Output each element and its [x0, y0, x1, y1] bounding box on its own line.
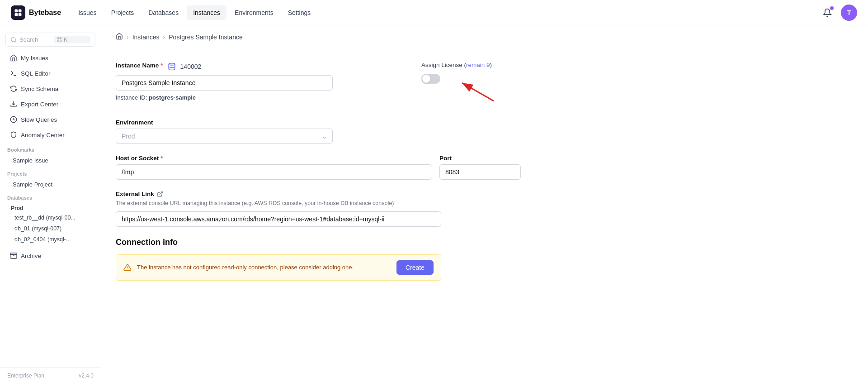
main-content: › Instances › Postgres Sample Instance I… — [101, 25, 868, 387]
environment-section: Environment Prod — [116, 119, 333, 144]
sidebar-db-item-2[interactable]: db_02_0404 (mysql-... — [0, 234, 101, 245]
host-required-star: * — [160, 155, 163, 162]
nav-instances[interactable]: Instances — [187, 5, 226, 20]
svg-rect-1 — [19, 9, 22, 12]
environment-label: Environment — [116, 119, 333, 126]
notification-button[interactable] — [819, 5, 835, 21]
breadcrumb: › Instances › Postgres Sample Instance — [101, 25, 868, 47]
create-button[interactable]: Create — [396, 260, 434, 275]
instance-id-num: 140002 — [180, 63, 202, 70]
breadcrumb-sep-2: › — [163, 33, 165, 41]
instance-id-row: Instance ID: postgres-sample — [116, 94, 333, 101]
home-icon — [10, 54, 17, 62]
logo-icon — [11, 5, 25, 20]
sidebar-item-sync-schema[interactable]: Sync Schema — [3, 81, 98, 96]
search-shortcut: ⌘ K — [54, 36, 91, 43]
svg-rect-3 — [19, 13, 22, 16]
toggle-knob — [422, 75, 430, 83]
breadcrumb-instances-link[interactable]: Instances — [132, 33, 160, 41]
sidebar-item-slow-queries[interactable]: Slow Queries — [3, 112, 98, 127]
assign-license-toggle[interactable] — [421, 74, 440, 84]
sidebar-item-label: SQL Editor — [21, 70, 51, 77]
bookmark-label: Sample Issue — [13, 157, 48, 164]
environment-select[interactable]: Prod — [116, 129, 333, 144]
external-link-icon — [157, 191, 163, 197]
sidebar-item-label: Sync Schema — [21, 86, 58, 92]
host-port-row: Host or Socket * Port — [116, 155, 521, 180]
external-link-desc: The external console URL managing this i… — [116, 199, 441, 208]
assign-license-label: Assign License (remain 9) — [421, 62, 521, 68]
sidebar-bookmark-sample-issue[interactable]: Sample Issue — [0, 154, 101, 167]
top-nav: Bytebase Issues Projects Databases Insta… — [0, 0, 868, 25]
search-icon — [10, 37, 17, 43]
form-area: Instance Name * 140002 — [101, 47, 535, 295]
nav-settings[interactable]: Settings — [282, 5, 317, 20]
sidebar-db-item-1[interactable]: db_01 (mysql-007) — [0, 223, 101, 234]
external-link-input[interactable] — [116, 211, 441, 227]
port-input[interactable] — [439, 164, 521, 180]
nav-issues[interactable]: Issues — [72, 5, 103, 20]
warning-icon — [123, 263, 132, 272]
bookmarks-section-label: Bookmarks — [0, 143, 101, 154]
svg-rect-9 — [10, 253, 17, 254]
host-input[interactable] — [116, 164, 432, 180]
warning-text: The instance has not configured read-onl… — [137, 264, 391, 271]
svg-line-13 — [160, 191, 162, 194]
search-placeholder: Search — [19, 36, 52, 43]
main-nav: Issues Projects Databases Instances Envi… — [72, 5, 317, 20]
instance-name-row: Instance Name * 140002 — [116, 62, 333, 72]
instance-name-label: Instance Name * — [116, 62, 163, 69]
breadcrumb-sep-1: › — [127, 33, 129, 41]
search-bar[interactable]: Search ⌘ K — [5, 33, 95, 47]
svg-rect-2 — [15, 13, 18, 16]
port-section: Port — [439, 155, 521, 180]
svg-point-4 — [11, 37, 15, 41]
environment-select-wrapper: Prod — [116, 129, 333, 144]
sidebar-item-my-issues[interactable]: My Issues — [3, 51, 98, 65]
notification-dot — [830, 6, 834, 10]
instance-id-badge — [167, 62, 177, 72]
instance-name-input[interactable] — [116, 75, 333, 91]
logo-svg — [14, 8, 23, 17]
host-label: Host or Socket * — [116, 155, 432, 162]
sidebar-item-label: Export Center — [21, 101, 58, 108]
version-label: v2.4.0 — [79, 373, 94, 379]
nav-projects[interactable]: Projects — [105, 5, 141, 20]
shield-icon — [10, 131, 17, 139]
slow-queries-icon — [10, 116, 17, 123]
nav-databases[interactable]: Databases — [142, 5, 185, 20]
sidebar-item-label: My Issues — [21, 55, 48, 62]
assign-license-section: Assign License (remain 9) — [421, 62, 521, 85]
toggle-wrapper — [421, 74, 440, 84]
plan-label: Enterprise Plan — [7, 373, 44, 379]
layout: Search ⌘ K My Issues SQL Editor Sync Sch… — [0, 25, 868, 387]
sidebar-item-archive[interactable]: Archive — [3, 248, 98, 263]
download-icon — [10, 100, 17, 108]
arrow-annotation — [444, 69, 498, 105]
logo[interactable]: Bytebase — [11, 5, 61, 20]
sidebar-item-label: Slow Queries — [21, 116, 57, 123]
sidebar-project-sample[interactable]: Sample Project — [0, 178, 101, 191]
remain-link[interactable]: remain 9 — [466, 62, 490, 68]
external-link-label: External Link — [116, 191, 441, 197]
sidebar-db-item-0[interactable]: test_rb__dd (mysql-00... — [0, 212, 101, 223]
sidebar-item-anomaly-center[interactable]: Anomaly Center — [3, 128, 98, 142]
warning-bar: The instance has not configured read-onl… — [116, 254, 441, 281]
sidebar-item-label: Archive — [21, 253, 41, 259]
logo-text: Bytebase — [29, 9, 61, 17]
terminal-icon — [10, 70, 17, 77]
home-breadcrumb-icon[interactable] — [116, 33, 123, 41]
nav-right: T — [819, 5, 857, 21]
nav-environments[interactable]: Environments — [228, 5, 280, 20]
host-section: Host or Socket * — [116, 155, 432, 180]
sidebar-footer: Enterprise Plan v2.4.0 — [0, 368, 101, 383]
svg-rect-0 — [15, 9, 18, 12]
external-link-section: External Link The external console URL m… — [116, 191, 441, 227]
svg-point-11 — [169, 63, 175, 66]
sidebar-item-label: Anomaly Center — [21, 132, 65, 139]
sidebar-item-sql-editor[interactable]: SQL Editor — [3, 66, 98, 81]
sidebar-item-export-center[interactable]: Export Center — [3, 97, 98, 111]
db-icon — [168, 62, 176, 71]
svg-line-5 — [15, 41, 16, 42]
avatar[interactable]: T — [841, 5, 857, 21]
